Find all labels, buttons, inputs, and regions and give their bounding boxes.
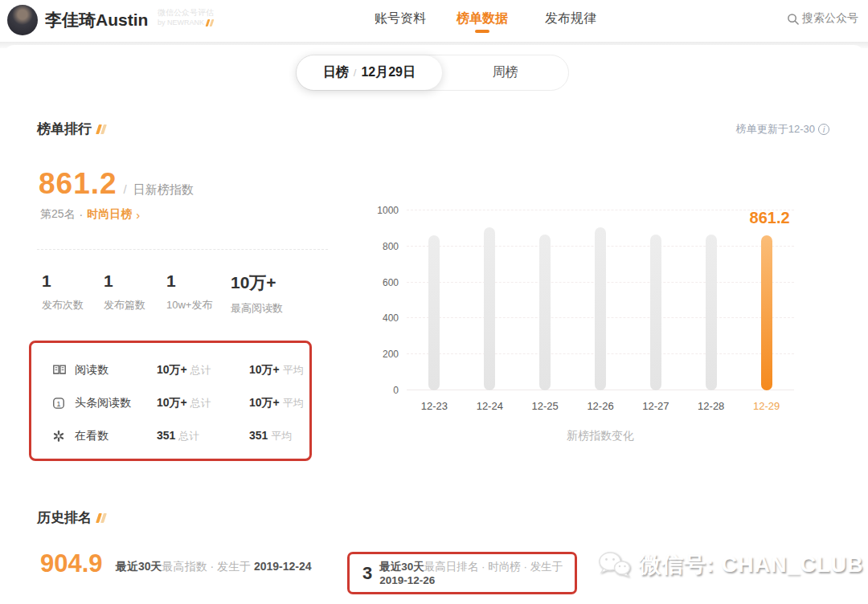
- updated-note-text: 榜单更新于12-30: [736, 122, 815, 137]
- heading-bars-icon: [97, 124, 105, 134]
- tab-daily[interactable]: 日榜 / 12月29日: [297, 55, 442, 90]
- wow-flower-icon: [52, 430, 68, 443]
- annotation-box-read-stats: 阅读数 10万+ 总计 10万+ 平均 1 头条阅读数: [29, 341, 312, 461]
- chart-y-tick: 400: [370, 312, 399, 324]
- stat-value: 1: [42, 271, 104, 291]
- nav-label: 发布规律: [545, 11, 596, 25]
- watermark-text: 微信号: CHAN_CLUB: [639, 550, 864, 579]
- chart-x-tick: 12-26: [573, 400, 628, 412]
- chart-y-tick: 600: [370, 277, 399, 288]
- chart-x-tick: 12-25: [518, 400, 573, 412]
- chart-bar: [595, 227, 606, 390]
- index-trend-chart: 02004006008001000861.2 12-2312-2412-2512…: [366, 198, 833, 451]
- index-label: 日新榜指数: [133, 182, 194, 198]
- search-account[interactable]: 搜索公众号: [787, 11, 858, 26]
- nav-label: 榜单数据: [457, 11, 508, 25]
- chart-bar: [650, 235, 661, 390]
- detail-total-label: 总计: [178, 429, 199, 443]
- detail-avg-label: 平均: [283, 363, 304, 378]
- info-icon[interactable]: i: [818, 124, 829, 135]
- chart-bar-column: [573, 210, 628, 390]
- desc-prefix: 最近30天: [116, 560, 162, 573]
- chart-bar-column: [683, 210, 739, 390]
- wechat-icon: [596, 549, 633, 580]
- chart-x-tick: 12-24: [462, 400, 518, 412]
- chart-bar: [706, 235, 717, 390]
- chart-y-tick: 0: [370, 385, 399, 396]
- section-title-history: 历史排名: [37, 508, 105, 527]
- detail-row-reads: 阅读数 10万+ 总计 10万+ 平均: [52, 353, 309, 386]
- chart-x-tick: 12-23: [407, 400, 462, 412]
- tab-separator: /: [354, 67, 357, 79]
- chart-x-tick: 12-29: [739, 400, 794, 412]
- top-header: 李佳琦Austin 微信公众号评估 by NEWRANK 账号资料 榜单数据 发…: [0, 0, 868, 42]
- search-icon: [787, 13, 799, 25]
- publish-stats: 1 发布次数 1 发布篇数 1 10w+发布 10万+ 最高阅读数: [42, 271, 315, 316]
- chart-value-label: 861.2: [750, 209, 790, 227]
- account-avatar: [7, 5, 38, 35]
- detail-label: 头条阅读数: [75, 396, 157, 410]
- nav-ranking-data[interactable]: 榜单数据: [457, 10, 508, 27]
- newrank-brand: 微信公众号评估 by NEWRANK: [158, 7, 214, 28]
- chart-bar-column: [518, 210, 573, 390]
- chart-y-tick: 200: [370, 349, 399, 360]
- chart-y-tick: 1000: [370, 205, 399, 216]
- nav-publish-pattern[interactable]: 发布规律: [545, 10, 596, 27]
- annotation-box-highest-rank: 3 最近30天最高日排名 · 时尚榜 · 发生于2019-12-26: [347, 552, 577, 594]
- chevron-right-icon[interactable]: ›: [136, 208, 140, 222]
- rank-list-link[interactable]: 时尚日榜: [87, 207, 132, 222]
- detail-label: 在看数: [75, 429, 157, 443]
- desc-prefix: 最近30天: [379, 561, 424, 573]
- active-tab-underline: [475, 30, 489, 33]
- chart-bar: [428, 235, 440, 390]
- stat-label: 10w+发布: [166, 298, 231, 312]
- rank-dot: ·: [80, 208, 84, 221]
- heading-bars-icon: [97, 513, 105, 523]
- detail-avg-label: 平均: [283, 396, 304, 410]
- chart-y-tick: 800: [370, 241, 399, 252]
- headline-read-icon: 1: [52, 397, 68, 410]
- content-panel: 日榜 / 12月29日 周榜 榜单排行 榜单更新于12-30 i 861.2 /…: [3, 45, 865, 604]
- detail-total-label: 总计: [190, 363, 211, 378]
- newrank-logo-icon: [207, 19, 213, 27]
- chart-bar-column: [462, 210, 518, 390]
- section-title-text: 榜单排行: [37, 120, 92, 138]
- book-open-icon: [52, 364, 68, 376]
- chart-bar: [539, 235, 551, 390]
- chart-columns: 861.2: [407, 210, 794, 390]
- highest-index-value: 904.9: [40, 549, 103, 578]
- chart-bar: [484, 227, 495, 390]
- detail-total: 351: [157, 429, 175, 442]
- chart-bar-highlighted: [761, 235, 772, 390]
- highest-rank-desc: 最近30天最高日排名 · 时尚榜 · 发生于2019-12-26: [379, 560, 575, 586]
- tab-daily-date: 12月29日: [361, 64, 416, 81]
- detail-avg: 351: [249, 429, 268, 442]
- svg-text:1: 1: [57, 399, 61, 407]
- chart-bar-column: 861.2: [739, 210, 794, 390]
- bar-chart-plot: 02004006008001000861.2: [407, 210, 794, 390]
- stat-value: 1: [104, 271, 166, 291]
- stat-value: 10万+: [231, 271, 315, 294]
- stat-label: 发布篇数: [104, 298, 166, 312]
- rank-label: 第25名: [40, 207, 76, 222]
- dashed-divider: [37, 249, 328, 250]
- section-title-text: 历史排名: [37, 508, 92, 527]
- desc-date: 2019-12-24: [254, 560, 312, 573]
- tab-weekly[interactable]: 周榜: [442, 55, 568, 90]
- highest-index-desc: 最近30天最高指数 · 发生于 2019-12-24: [116, 560, 312, 574]
- chart-title: 新榜指数变化: [407, 429, 794, 443]
- detail-total: 10万+: [157, 396, 187, 410]
- brand-line2: by NEWRANK: [158, 18, 204, 28]
- daily-index: 861.2 / 日新榜指数: [39, 167, 194, 201]
- desc-mid: 最高日排名 · 时尚榜 · 发生于: [424, 561, 563, 573]
- chart-x-tick: 12-28: [683, 400, 739, 412]
- highest-rank-value: 3: [362, 563, 372, 584]
- chart-bar-column: [628, 210, 683, 390]
- stat-label: 发布次数: [42, 298, 104, 312]
- desc-mid: 最高指数 · 发生于: [162, 560, 254, 573]
- chart-x-axis: 12-2312-2412-2512-2612-2712-2812-29: [407, 400, 794, 412]
- nav-account-profile[interactable]: 账号资料: [375, 10, 426, 27]
- tab-daily-label: 日榜: [323, 64, 349, 81]
- index-slash: /: [124, 182, 127, 196]
- account-name: 李佳琦Austin: [45, 9, 148, 31]
